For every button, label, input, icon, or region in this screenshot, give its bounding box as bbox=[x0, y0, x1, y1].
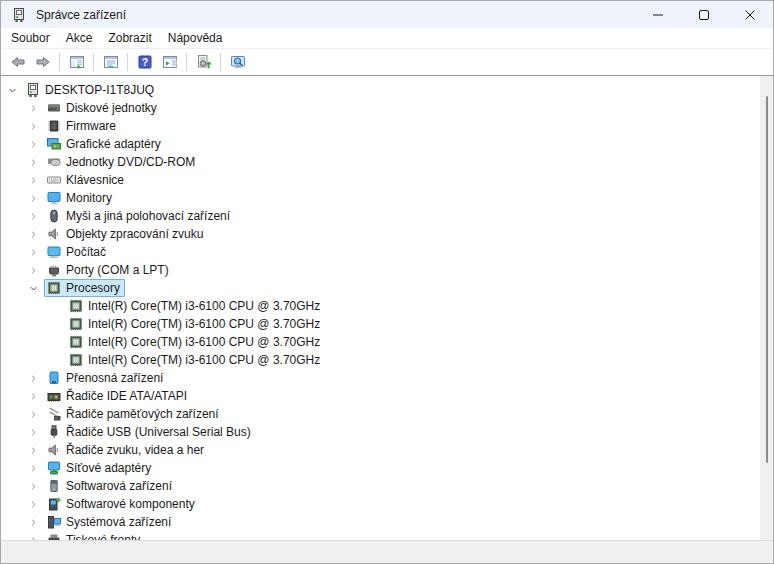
menu-item-soubor[interactable]: Soubor bbox=[3, 31, 58, 45]
maximize-button[interactable] bbox=[681, 1, 727, 28]
tree-item[interactable]: Intel(R) Core(TM) i3-6100 CPU @ 3.70GHz bbox=[1, 333, 760, 351]
tree-item-node[interactable]: Řadiče zvuku, videa a her bbox=[44, 441, 209, 459]
close-button[interactable] bbox=[727, 1, 773, 28]
chevron-right-icon[interactable] bbox=[26, 388, 44, 404]
tree-item[interactable]: Řadiče IDE ATA/ATAPI bbox=[1, 387, 760, 405]
menu-item-zobrazit[interactable]: Zobrazit bbox=[100, 31, 159, 45]
tree-item-node[interactable]: Objekty zpracování zvuku bbox=[44, 225, 208, 243]
chevron-right-icon[interactable] bbox=[26, 136, 44, 152]
tree-item[interactable]: Tiskové fronty bbox=[1, 531, 760, 540]
tree-item-node[interactable]: Porty (COM a LPT) bbox=[44, 261, 174, 279]
devices-search-button[interactable] bbox=[225, 51, 250, 73]
keyboard-icon bbox=[46, 172, 62, 188]
tree-item-node[interactable]: DESKTOP-I1T8JUQ bbox=[23, 81, 159, 99]
tree-item[interactable]: Systémová zařízení bbox=[1, 513, 760, 531]
tree-item[interactable]: Jednotky DVD/CD-ROM bbox=[1, 153, 760, 171]
chevron-right-icon[interactable] bbox=[26, 442, 44, 458]
toolbar-separator bbox=[59, 53, 60, 71]
tree-item[interactable]: Monitory bbox=[1, 189, 760, 207]
chevron-right-icon[interactable] bbox=[26, 154, 44, 170]
tree-item[interactable]: Řadiče zvuku, videa a her bbox=[1, 441, 760, 459]
tree-item[interactable]: Řadiče USB (Universal Serial Bus) bbox=[1, 423, 760, 441]
tree-item-selected[interactable]: Procesory bbox=[44, 279, 125, 297]
tree-item[interactable]: Softwarová zařízení bbox=[1, 477, 760, 495]
tree-item-node[interactable]: Grafické adaptéry bbox=[44, 135, 166, 153]
scrollbar-thumb[interactable] bbox=[766, 96, 768, 463]
tree-item-label: Přenosná zařízení bbox=[66, 370, 163, 386]
chevron-right-icon[interactable] bbox=[26, 406, 44, 422]
portable-device-icon bbox=[46, 370, 62, 386]
tree-item-label: DESKTOP-I1T8JUQ bbox=[45, 82, 154, 98]
forward-icon bbox=[35, 54, 51, 70]
chevron-right-icon[interactable] bbox=[26, 496, 44, 512]
chevron-right-icon[interactable] bbox=[26, 190, 44, 206]
tree-item-node[interactable]: Intel(R) Core(TM) i3-6100 CPU @ 3.70GHz bbox=[66, 297, 325, 315]
tree-item[interactable]: Přenosná zařízení bbox=[1, 369, 760, 387]
tree-item[interactable]: Diskové jednotky bbox=[1, 99, 760, 117]
chevron-right-icon[interactable] bbox=[26, 514, 44, 530]
tree-item-node[interactable]: Myši a jiná polohovací zařízení bbox=[44, 207, 235, 225]
back-button[interactable] bbox=[5, 51, 30, 73]
tree-item-node[interactable]: Řadiče paměťových zařízení bbox=[44, 405, 224, 423]
chevron-down-icon[interactable] bbox=[5, 82, 23, 98]
tree-item-node[interactable]: Síťové adaptéry bbox=[44, 459, 156, 477]
show-action-pane-button[interactable] bbox=[157, 51, 182, 73]
chevron-right-icon[interactable] bbox=[26, 226, 44, 242]
tree-item-node[interactable]: Softwarová zařízení bbox=[44, 477, 177, 495]
help-button[interactable]: ? bbox=[132, 51, 157, 73]
tree-item[interactable]: Firmware bbox=[1, 117, 760, 135]
tree-item-node[interactable]: Softwarové komponenty bbox=[44, 495, 200, 513]
tree-item[interactable]: Intel(R) Core(TM) i3-6100 CPU @ 3.70GHz bbox=[1, 351, 760, 369]
forward-button[interactable] bbox=[30, 51, 55, 73]
tree-item-node[interactable]: Intel(R) Core(TM) i3-6100 CPU @ 3.70GHz bbox=[66, 315, 325, 333]
tree-item[interactable]: Intel(R) Core(TM) i3-6100 CPU @ 3.70GHz bbox=[1, 315, 760, 333]
chevron-right-icon[interactable] bbox=[26, 172, 44, 188]
chevron-right-icon[interactable] bbox=[26, 370, 44, 386]
tree-item-node[interactable]: Počítač bbox=[44, 243, 111, 261]
processor-icon bbox=[68, 352, 84, 368]
minimize-button[interactable] bbox=[635, 1, 681, 28]
tree-item[interactable]: DESKTOP-I1T8JUQ bbox=[1, 81, 760, 99]
chevron-right-icon[interactable] bbox=[26, 532, 44, 540]
tree-item[interactable]: Myši a jiná polohovací zařízení bbox=[1, 207, 760, 225]
show-console-tree-button[interactable] bbox=[64, 51, 89, 73]
tree-item-node[interactable]: Přenosná zařízení bbox=[44, 369, 168, 387]
properties-button[interactable] bbox=[98, 51, 123, 73]
chevron-right-icon[interactable] bbox=[26, 460, 44, 476]
tree-item-node[interactable]: Tiskové fronty bbox=[44, 531, 145, 540]
tree-item-node[interactable]: Diskové jednotky bbox=[44, 99, 162, 117]
tree-item[interactable]: Porty (COM a LPT) bbox=[1, 261, 760, 279]
scan-hardware-changes-button[interactable] bbox=[191, 51, 216, 73]
chevron-right-icon[interactable] bbox=[26, 244, 44, 260]
menu-item-napoveda[interactable]: Nápověda bbox=[160, 31, 231, 45]
tree-item-node[interactable]: Firmware bbox=[44, 117, 121, 135]
chevron-right-icon[interactable] bbox=[26, 424, 44, 440]
tree-item-node[interactable]: Systémová zařízení bbox=[44, 513, 176, 531]
tree-item[interactable]: Intel(R) Core(TM) i3-6100 CPU @ 3.70GHz bbox=[1, 297, 760, 315]
chevron-down-icon[interactable] bbox=[26, 280, 44, 296]
tree-item[interactable]: Softwarové komponenty bbox=[1, 495, 760, 513]
tree-item[interactable]: Síťové adaptéry bbox=[1, 459, 760, 477]
chevron-right-icon[interactable] bbox=[26, 262, 44, 278]
chevron-right-icon[interactable] bbox=[26, 478, 44, 494]
tree-item-node[interactable]: Řadiče IDE ATA/ATAPI bbox=[44, 387, 192, 405]
tree-item-node[interactable]: Intel(R) Core(TM) i3-6100 CPU @ 3.70GHz bbox=[66, 351, 325, 369]
tree-item-node[interactable]: Jednotky DVD/CD-ROM bbox=[44, 153, 200, 171]
tree-item[interactable]: Procesory bbox=[1, 279, 760, 297]
tree-item[interactable]: Počítač bbox=[1, 243, 760, 261]
tree-item-node[interactable]: Řadiče USB (Universal Serial Bus) bbox=[44, 423, 256, 441]
tree-item-node[interactable]: Intel(R) Core(TM) i3-6100 CPU @ 3.70GHz bbox=[66, 333, 325, 351]
chevron-right-icon[interactable] bbox=[26, 100, 44, 116]
tree-item-node[interactable]: Monitory bbox=[44, 189, 117, 207]
tree-item[interactable]: Řadiče paměťových zařízení bbox=[1, 405, 760, 423]
tree-item[interactable]: Grafické adaptéry bbox=[1, 135, 760, 153]
vertical-scrollbar[interactable] bbox=[760, 76, 773, 540]
tree-item-label: Softwarová zařízení bbox=[66, 478, 172, 494]
chevron-right-icon[interactable] bbox=[26, 118, 44, 134]
chevron-right-icon[interactable] bbox=[26, 208, 44, 224]
tree-item[interactable]: Klávesnice bbox=[1, 171, 760, 189]
tree-item[interactable]: Objekty zpracování zvuku bbox=[1, 225, 760, 243]
menu-item-akce[interactable]: Akce bbox=[58, 31, 101, 45]
tree-item-label: Monitory bbox=[66, 190, 112, 206]
tree-item-node[interactable]: Klávesnice bbox=[44, 171, 129, 189]
